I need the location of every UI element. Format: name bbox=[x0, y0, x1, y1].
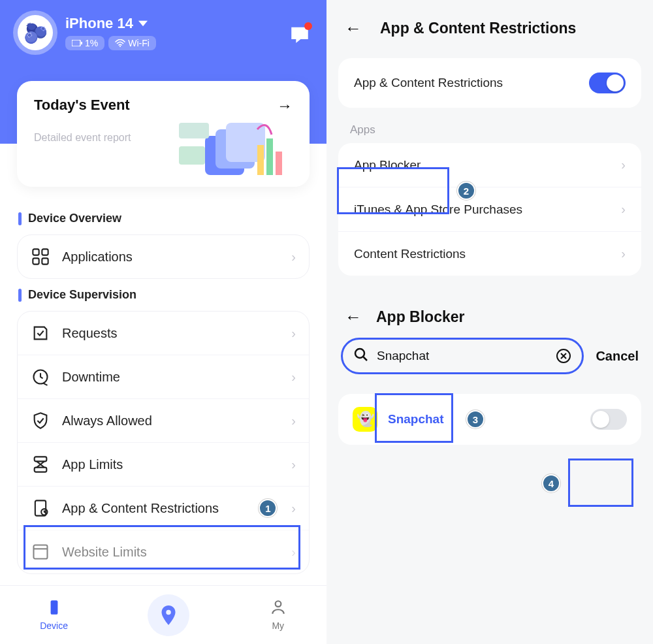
chevron-right-icon: › bbox=[291, 370, 296, 385]
search-input[interactable]: Snapchat bbox=[341, 338, 584, 374]
hourglass-icon bbox=[31, 455, 50, 474]
master-toggle-row: App & Content Restrictions bbox=[338, 58, 641, 108]
chevron-down-icon bbox=[138, 19, 148, 28]
sub-title: App Blocker bbox=[376, 308, 464, 326]
overview-card: Applications › bbox=[17, 234, 310, 279]
svg-rect-7 bbox=[266, 138, 273, 175]
device-name-row[interactable]: iPhone 14 bbox=[65, 15, 156, 32]
app-blocker-header: ← App Blocker bbox=[326, 282, 653, 338]
apps-icon bbox=[31, 247, 50, 266]
device-supervision-header: Device Supervision bbox=[18, 288, 310, 302]
avatar[interactable]: 🫐 bbox=[13, 10, 57, 55]
svg-rect-1 bbox=[81, 42, 82, 44]
nav-device[interactable]: Device bbox=[40, 599, 68, 631]
chevron-right-icon: › bbox=[291, 250, 296, 265]
svg-point-2 bbox=[119, 46, 121, 47]
svg-point-22 bbox=[167, 609, 172, 615]
svg-rect-0 bbox=[72, 40, 80, 46]
svg-rect-21 bbox=[50, 600, 57, 615]
cancel-button[interactable]: Cancel bbox=[596, 349, 639, 364]
master-toggle[interactable] bbox=[589, 72, 626, 93]
chevron-right-icon: › bbox=[621, 202, 626, 217]
apps-section-label: Apps bbox=[350, 123, 653, 137]
row-applications[interactable]: Applications › bbox=[18, 235, 309, 278]
chevron-right-icon: › bbox=[621, 246, 626, 261]
highlight-step-4 bbox=[568, 459, 633, 507]
right-panel: ← App & Content Restrictions App & Conte… bbox=[326, 0, 653, 644]
snapchat-toggle[interactable] bbox=[590, 409, 627, 430]
row-always-allowed[interactable]: Always Allowed › bbox=[18, 398, 309, 442]
clear-search-button[interactable] bbox=[556, 348, 571, 364]
profile-block[interactable]: 🫐 iPhone 14 1% Wi-Fi bbox=[13, 10, 313, 55]
search-row: Snapchat Cancel bbox=[326, 338, 653, 374]
page-title: App & Content Restrictions bbox=[380, 20, 576, 37]
row-app-content-restrictions[interactable]: App & Content Restrictions 1 › bbox=[18, 486, 309, 530]
device-icon bbox=[46, 599, 63, 618]
left-panel: 🫐 iPhone 14 1% Wi-Fi bbox=[0, 0, 326, 644]
person-icon bbox=[270, 599, 287, 618]
today-title: Today's Event bbox=[34, 97, 131, 114]
nav-my[interactable]: My bbox=[270, 599, 287, 631]
row-label: Applications bbox=[62, 250, 279, 265]
svg-point-23 bbox=[275, 601, 281, 607]
profile-text: iPhone 14 1% Wi-Fi bbox=[65, 15, 156, 50]
svg-rect-6 bbox=[257, 145, 264, 175]
snapchat-icon: 👻 bbox=[353, 407, 377, 432]
svg-rect-8 bbox=[276, 152, 282, 175]
svg-rect-17 bbox=[35, 468, 47, 472]
svg-rect-13 bbox=[33, 258, 39, 264]
step-2-badge: 2 bbox=[457, 182, 475, 200]
highlight-step-2 bbox=[337, 167, 449, 214]
requests-icon bbox=[31, 323, 50, 343]
chevron-right-icon: › bbox=[291, 457, 296, 472]
location-icon bbox=[157, 604, 180, 627]
svg-rect-16 bbox=[35, 457, 47, 461]
scroll-area[interactable]: Device Overview Applications › Device Su… bbox=[0, 144, 326, 585]
chevron-right-icon: › bbox=[291, 326, 296, 341]
row-requests[interactable]: Requests › bbox=[18, 312, 309, 355]
messages-button[interactable] bbox=[289, 24, 311, 46]
svg-point-24 bbox=[355, 349, 364, 358]
row-content-restrictions[interactable]: Content Restrictions › bbox=[338, 231, 641, 276]
device-gear-icon bbox=[31, 498, 50, 518]
avatar-emoji: 🫐 bbox=[18, 15, 53, 50]
svg-rect-10 bbox=[179, 123, 209, 138]
step-4-badge: 4 bbox=[542, 474, 560, 492]
downtime-icon bbox=[31, 367, 50, 387]
shield-check-icon bbox=[31, 411, 50, 430]
arrow-right-icon: → bbox=[277, 97, 293, 115]
illustration-icon bbox=[179, 123, 296, 182]
master-toggle-card: App & Content Restrictions bbox=[338, 58, 641, 108]
chevron-right-icon: › bbox=[621, 157, 626, 172]
svg-rect-9 bbox=[179, 146, 205, 165]
back-button[interactable]: ← bbox=[345, 18, 362, 39]
battery-badge: 1% bbox=[65, 36, 104, 50]
step-1-badge: 1 bbox=[259, 499, 277, 517]
restrictions-header: ← App & Content Restrictions bbox=[326, 0, 653, 52]
chevron-right-icon: › bbox=[291, 501, 296, 516]
bottom-nav: Device My bbox=[0, 585, 326, 644]
highlight-step-1 bbox=[24, 525, 300, 570]
battery-icon bbox=[72, 40, 82, 46]
today-subtitle: Detailed event report bbox=[34, 132, 131, 144]
back-button[interactable]: ← bbox=[345, 307, 362, 327]
wifi-icon bbox=[115, 39, 125, 47]
search-value: Snapchat bbox=[377, 349, 429, 363]
svg-rect-18 bbox=[35, 500, 46, 515]
row-app-limits[interactable]: App Limits › bbox=[18, 442, 309, 486]
step-3-badge: 3 bbox=[466, 410, 485, 428]
svg-rect-11 bbox=[33, 249, 39, 255]
wifi-badge: Wi-Fi bbox=[108, 36, 156, 50]
nav-location[interactable] bbox=[148, 594, 189, 636]
search-icon bbox=[353, 347, 369, 365]
row-downtime[interactable]: Downtime › bbox=[18, 355, 309, 398]
device-name: iPhone 14 bbox=[65, 15, 133, 32]
highlight-step-3 bbox=[375, 393, 453, 443]
svg-rect-12 bbox=[42, 249, 48, 255]
device-overview-header: Device Overview bbox=[18, 212, 310, 225]
svg-rect-14 bbox=[42, 258, 48, 264]
today-event-card[interactable]: Today's Event Detailed event report → bbox=[17, 81, 310, 187]
chevron-right-icon: › bbox=[291, 413, 296, 428]
